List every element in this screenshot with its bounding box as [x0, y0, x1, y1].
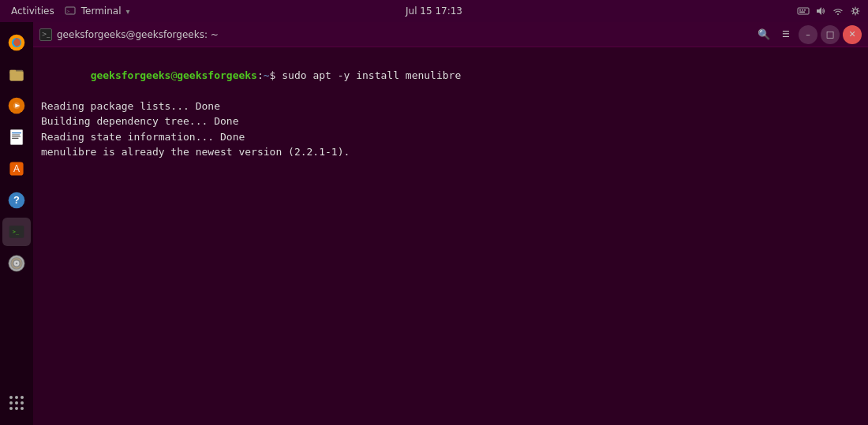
- minimize-button[interactable]: –: [799, 25, 817, 44]
- svg-point-41: [21, 407, 24, 410]
- svg-rect-4: [802, 9, 803, 11]
- close-button[interactable]: ✕: [843, 25, 862, 44]
- terminal-content[interactable]: geeksforgeeks@geeksforgeeks:~$ sudo apt …: [33, 47, 868, 425]
- top-bar-left: Activities >_ Terminal ▾: [6, 4, 130, 18]
- search-button[interactable]: 🔍: [754, 25, 773, 44]
- terminal-window: >_ geeksforgeeks@geeksforgeeks: ~ 🔍 ☰ – …: [33, 22, 868, 425]
- terminal-tab-label[interactable]: Terminal: [81, 6, 122, 17]
- svg-point-34: [15, 396, 18, 399]
- svg-point-37: [15, 401, 18, 404]
- terminal-menu-icon[interactable]: >_: [64, 5, 77, 17]
- dock-item-firefox[interactable]: [2, 28, 31, 57]
- dock-item-software[interactable]: A: [2, 155, 31, 183]
- svg-text:>_: >_: [67, 9, 73, 14]
- svg-point-38: [21, 401, 24, 404]
- dock-item-dvd[interactable]: [2, 249, 31, 278]
- svg-text:?: ?: [13, 194, 20, 206]
- top-bar: Activities >_ Terminal ▾ Jul 15 17:13: [0, 0, 868, 22]
- svg-rect-3: [799, 9, 801, 11]
- keyboard-icon[interactable]: [797, 5, 810, 17]
- terminal-titlebar: >_ geeksforgeeks@geeksforgeeks: ~ 🔍 ☰ – …: [33, 22, 868, 47]
- prompt-dollar: $: [270, 69, 282, 81]
- system-menu-icon[interactable]: [849, 5, 862, 17]
- svg-text:>_: >_: [13, 229, 20, 235]
- prompt-colon: :: [257, 69, 264, 81]
- svg-marker-7: [817, 7, 821, 15]
- svg-rect-21: [12, 138, 19, 139]
- dock-item-terminal[interactable]: >_: [2, 218, 31, 246]
- svg-point-33: [9, 396, 13, 399]
- dock-item-files[interactable]: [2, 60, 31, 88]
- svg-point-30: [16, 263, 18, 265]
- svg-rect-17: [10, 130, 22, 145]
- dock-item-rhythmbox[interactable]: [2, 91, 31, 120]
- main-content: A ? >_: [0, 22, 868, 425]
- prompt-host: geeksforgeeks: [177, 69, 257, 81]
- top-bar-center: Jul 15 17:13: [406, 6, 462, 17]
- dock: A ? >_: [0, 22, 33, 425]
- terminal-titlebar-right: 🔍 ☰ – □ ✕: [754, 25, 862, 44]
- svg-point-8: [854, 9, 858, 13]
- svg-rect-6: [799, 12, 805, 13]
- network-icon[interactable]: [832, 5, 844, 17]
- system-tray: [797, 5, 862, 17]
- volume-icon[interactable]: [814, 5, 827, 17]
- dock-item-writer[interactable]: [2, 123, 31, 151]
- output-line-1: Reading package lists... Done: [41, 99, 860, 114]
- prompt-user: geeksforgeeks: [91, 69, 171, 81]
- menu-button[interactable]: ☰: [776, 25, 795, 44]
- terminal-titlebar-left: >_ geeksforgeeks@geeksforgeeks: ~: [39, 28, 219, 41]
- svg-rect-5: [804, 9, 806, 11]
- datetime-label: Jul 15 17:13: [406, 6, 462, 17]
- output-line-4: menulibre is already the newest version …: [41, 144, 860, 160]
- output-line-2: Building dependency tree... Done: [41, 114, 860, 129]
- terminal-small-icon: >_: [39, 28, 52, 41]
- dock-apps-grid[interactable]: [2, 390, 31, 419]
- svg-rect-2: [798, 8, 809, 14]
- terminal-tab-arrow: ▾: [125, 7, 129, 16]
- svg-rect-13: [9, 70, 16, 73]
- svg-point-36: [9, 401, 13, 404]
- svg-point-40: [15, 407, 18, 410]
- command-line: geeksforgeeks@geeksforgeeks:~$ sudo apt …: [41, 52, 860, 99]
- command-text: sudo apt -y install menulibre: [282, 69, 461, 81]
- svg-rect-18: [12, 132, 21, 133]
- activities-button[interactable]: Activities: [6, 4, 59, 18]
- svg-text:A: A: [13, 163, 20, 174]
- output-line-3: Reading state information... Done: [41, 129, 860, 145]
- svg-point-35: [21, 396, 24, 399]
- maximize-button[interactable]: □: [821, 25, 840, 44]
- top-bar-right: [797, 5, 862, 17]
- prompt-path: ~: [264, 69, 270, 81]
- svg-rect-20: [12, 136, 21, 137]
- dock-item-help[interactable]: ?: [2, 186, 31, 214]
- svg-rect-19: [12, 135, 20, 136]
- svg-point-39: [9, 407, 13, 410]
- terminal-title: geeksforgeeks@geeksforgeeks: ~: [57, 29, 219, 40]
